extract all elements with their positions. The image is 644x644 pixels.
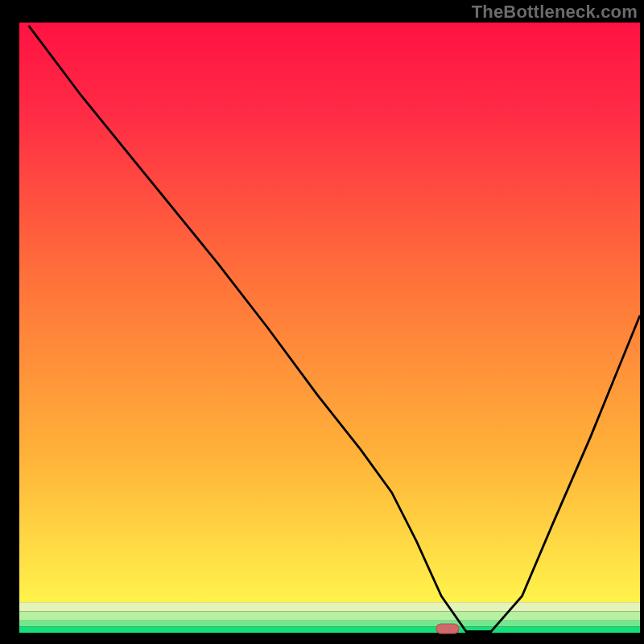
background-band (19, 626, 640, 633)
background-band (19, 611, 640, 620)
background-band (19, 23, 640, 602)
optimal-marker (436, 624, 459, 634)
background-band (19, 602, 640, 611)
chart-svg (0, 0, 644, 644)
background-band (19, 621, 640, 627)
chart-stage: TheBottleneck.com (0, 0, 644, 644)
plot-area (19, 23, 640, 633)
